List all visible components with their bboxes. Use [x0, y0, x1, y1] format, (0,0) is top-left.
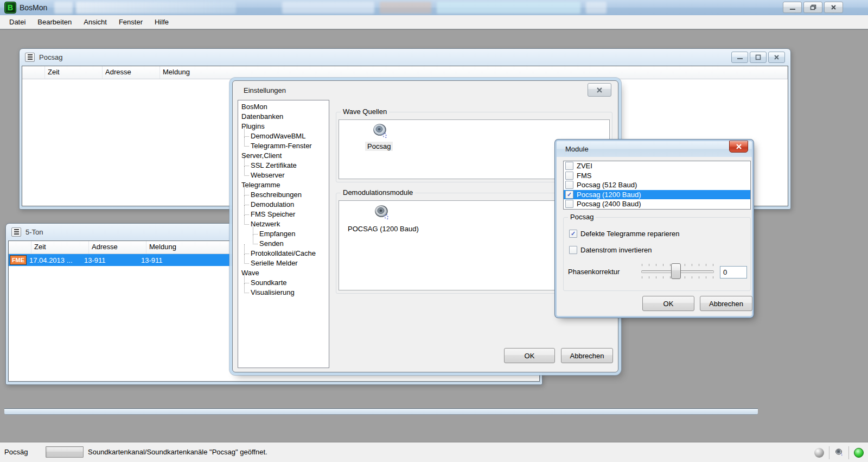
- module-dialog: Module ZVEI FMS Pocsag (512 Baud) ✓ Pocs…: [557, 141, 752, 316]
- tree-item-wave[interactable]: Wave: [238, 268, 329, 278]
- phase-label: Phasenkorrektur: [568, 268, 620, 276]
- restore-icon: [810, 4, 816, 10]
- separator: [848, 446, 849, 459]
- status-speaker-icon[interactable]: [834, 448, 844, 457]
- tree-item-demodulation[interactable]: Demodulation: [238, 200, 329, 210]
- main-titlebar: B BosMon: [0, 0, 868, 16]
- app-title: BosMon: [20, 3, 47, 12]
- column-header-icon[interactable]: [9, 241, 31, 254]
- close-button[interactable]: [824, 2, 843, 13]
- menu-ansicht[interactable]: Ansicht: [78, 15, 113, 29]
- column-header-meldung[interactable]: Meldung: [160, 66, 788, 79]
- settings-tree: BosMon Datenbanken Plugins DemodWaveBML …: [238, 100, 329, 368]
- tree-item-beschreibungen[interactable]: Beschreibungen: [238, 190, 329, 200]
- cancel-button[interactable]: Abbrechen: [700, 296, 752, 311]
- checkbox[interactable]: [565, 162, 573, 170]
- status-green-indicator[interactable]: [854, 448, 864, 458]
- minimize-icon: [737, 54, 743, 60]
- maximize-icon: [755, 54, 761, 60]
- tree-item-empfangen[interactable]: Empfangen: [238, 229, 329, 239]
- pocsag-settings-group-label: Pocsag: [568, 213, 596, 221]
- menu-fenster[interactable]: Fenster: [113, 15, 149, 29]
- column-header-adresse[interactable]: Adresse: [103, 66, 160, 79]
- list-icon: [25, 53, 35, 62]
- tree-item-fms-speicher[interactable]: FMS Speicher: [238, 210, 329, 219]
- level-meter: [46, 446, 84, 458]
- tree-item-plugins[interactable]: Plugins: [238, 122, 329, 131]
- tree-item-protokolldatei-cache[interactable]: Protokolldatei/Cache: [238, 249, 329, 258]
- tree-item-telegramme[interactable]: Telegramme: [238, 180, 329, 190]
- list-icon: [11, 227, 21, 237]
- module-list-item-zvei[interactable]: ZVEI: [564, 161, 750, 171]
- repair-checkbox-row[interactable]: ✓ Defekte Telegramme reparieren: [569, 230, 680, 238]
- checkbox[interactable]: [569, 246, 577, 254]
- minimize-button[interactable]: [731, 52, 748, 63]
- tree-item-netzwerk[interactable]: Netzwerk: [238, 219, 329, 229]
- close-button[interactable]: [729, 141, 748, 153]
- speaker-icon[interactable]: [373, 204, 392, 223]
- checkbox[interactable]: ✓: [569, 230, 577, 238]
- module-list-item-pocsag-1200[interactable]: ✓ Pocsag (1200 Baud): [564, 190, 750, 200]
- ok-button[interactable]: OK: [504, 348, 555, 363]
- tree-item-server-client[interactable]: Server,Client: [238, 151, 329, 161]
- fiveton-window-title: 5-Ton: [25, 228, 43, 236]
- tree-item-senden[interactable]: Senden: [238, 239, 329, 249]
- checkbox-label: Defekte Telegramme reparieren: [580, 230, 680, 238]
- module-dialog-title: Module: [565, 145, 589, 153]
- module-label: FMS: [577, 172, 591, 180]
- close-icon: [596, 87, 603, 93]
- menu-datei[interactable]: Datei: [3, 15, 31, 29]
- tree-item-bosmon[interactable]: BosMon: [238, 102, 329, 112]
- close-button[interactable]: [768, 52, 785, 63]
- statusbar: Pocsäg Soundkartenkanal/Soundkartenkanäl…: [0, 442, 868, 462]
- module-list-item-pocsag-512[interactable]: Pocsag (512 Baud): [564, 180, 750, 190]
- close-icon: [736, 143, 742, 150]
- column-header-zeit[interactable]: Zeit: [45, 66, 103, 79]
- close-icon: [831, 4, 837, 10]
- close-button[interactable]: [588, 83, 611, 97]
- demod-module-item[interactable]: POCSAG (1200 Baud): [346, 224, 421, 233]
- tree-item-demodwavebml[interactable]: DemodWaveBML: [238, 131, 329, 141]
- minimize-button[interactable]: [783, 2, 802, 13]
- cell-adresse: 13-911: [81, 256, 138, 264]
- module-list-item-fms[interactable]: FMS: [564, 171, 750, 181]
- phase-slider-thumb[interactable]: [671, 263, 681, 279]
- tree-item-telegramm-fenster[interactable]: Telegramm-Fenster: [238, 141, 329, 151]
- checkbox[interactable]: [565, 200, 573, 208]
- separator: [829, 446, 829, 459]
- tree-item-serielle-melder[interactable]: Serielle Melder: [238, 258, 329, 268]
- checkbox[interactable]: [565, 172, 573, 180]
- menu-hilfe[interactable]: Hilfe: [149, 15, 175, 29]
- window-controls: [783, 2, 843, 13]
- settings-dialog-title: Einstellungen: [244, 86, 286, 94]
- checkbox[interactable]: ✓: [565, 191, 573, 199]
- column-header-zeit[interactable]: Zeit: [31, 241, 89, 254]
- speaker-icon[interactable]: [371, 122, 391, 142]
- module-list-item-pocsag-2400[interactable]: Pocsag (2400 Baud): [564, 199, 750, 209]
- ok-button[interactable]: OK: [642, 296, 694, 311]
- menubar: Datei Bearbeiten Ansicht Fenster Hilfe: [0, 15, 868, 29]
- wave-sources-group-label: Wave Quellen: [341, 107, 389, 116]
- ghost-window-remnant: [437, 2, 580, 14]
- status-sphere-icon[interactable]: [814, 448, 824, 458]
- column-header-adresse[interactable]: Adresse: [89, 241, 146, 254]
- column-header-icon[interactable]: [22, 66, 45, 79]
- checkbox-label: Datenstrom invertieren: [580, 246, 652, 254]
- menu-bearbeiten[interactable]: Bearbeiten: [31, 15, 78, 29]
- ghost-window-remnant: [586, 2, 607, 14]
- ghost-window-remnant: [380, 2, 431, 14]
- tree-item-soundkarte[interactable]: Soundkarte: [238, 278, 329, 288]
- maximize-button[interactable]: [750, 52, 767, 63]
- restore-button[interactable]: [803, 2, 822, 13]
- tree-item-datenbanken[interactable]: Datenbanken: [238, 112, 329, 122]
- checkbox[interactable]: [565, 181, 573, 189]
- tree-item-webserver[interactable]: Webserver: [238, 170, 329, 180]
- invert-checkbox-row[interactable]: Datenstrom invertieren: [569, 246, 652, 254]
- pocsag-window-titlebar[interactable]: Pocsag: [20, 49, 790, 65]
- phase-value-input[interactable]: [720, 266, 747, 279]
- tree-item-ssl-zertifikate[interactable]: SSL Zertifikate: [238, 161, 329, 170]
- wave-source-item[interactable]: Pocsag: [365, 142, 393, 151]
- pocsag-window-controls: [731, 52, 785, 63]
- tree-item-visualisierung[interactable]: Visualisierung: [238, 288, 329, 298]
- cancel-button[interactable]: Abbrechen: [561, 348, 613, 363]
